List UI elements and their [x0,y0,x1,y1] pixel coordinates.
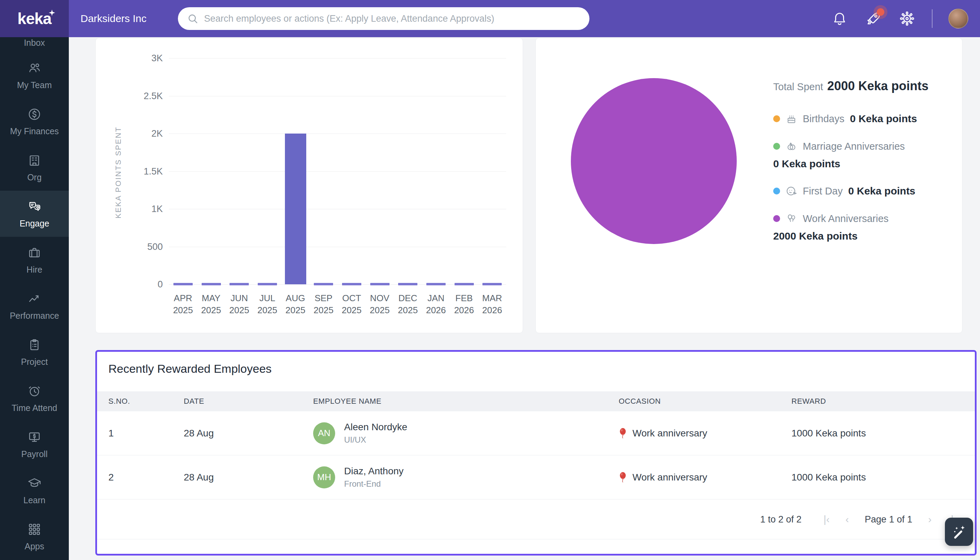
sidebar-item[interactable]: Learn [0,467,69,513]
pagination-next-icon[interactable]: › [928,513,932,525]
bar-slot: SEP 2025 [309,58,338,284]
monitor-dollar-icon [27,430,42,444]
sidebar-item-label: Engage [20,218,49,228]
cake-icon [785,113,797,125]
dollar-circle-icon [27,107,42,122]
keka-spark-icon [48,9,56,17]
keka-dashboard: keka Darksiders Inc [0,0,980,560]
x-axis-label: DEC 2025 [398,292,418,316]
bar-slot: AUG 2025 [281,58,310,284]
rings-icon [785,140,797,152]
bar-slot: JUN 2025 [225,58,253,284]
notification-dot [877,8,884,16]
table-row[interactable]: 2 28 Aug MH Diaz, Anthony Front-End Work… [97,455,975,499]
keka-logo-text: keka [18,9,51,28]
sidebar-item[interactable]: Time Attend [0,375,69,421]
col-occasion: OCCASION [619,397,792,406]
total-spent-label: Total Spent [773,81,823,92]
sidebar-item[interactable]: Apps [0,513,69,560]
chat-heart-icon [27,199,42,214]
legend-dot [773,188,780,195]
whats-new-button[interactable] [864,10,882,28]
bar-slot: MAY 2025 [197,58,225,284]
bar [230,283,249,285]
sidebar-item-label: Apps [25,542,44,552]
sidebar-item[interactable]: Hire [0,237,69,283]
team-icon [27,61,42,75]
table-pagination: 1 to 2 of 2 |‹ ‹ Page 1 of 1 › ›| [760,507,953,532]
bar [285,133,306,284]
y-tick-label: 3K [137,53,163,64]
clipboard-icon [27,338,42,352]
sidebar-item[interactable]: Org [0,145,69,191]
bar [454,283,474,285]
red-balloon-icon [619,428,627,439]
red-balloon-icon [619,472,627,483]
bar [342,283,361,285]
y-tick-label: 0 [137,279,163,290]
sidebar-item-label: Payroll [21,449,48,459]
sidebar-item[interactable]: My Team [0,52,69,98]
x-axis-label: SEP 2025 [313,292,333,316]
sidebar-item[interactable]: Inbox [0,37,69,52]
magic-wand-icon [951,524,967,540]
legend-label: Work Anniversaries [803,213,888,224]
bar-chart: 3K 2.5K 2K 1.5K 1K 5 [169,58,506,284]
x-axis-label: JUN 2025 [229,292,249,316]
graduation-cap-icon [27,476,42,490]
legend-dot [773,143,780,150]
settings-button[interactable] [898,10,916,28]
cell-employee: AN Aleen Nordyke UI/UX [313,422,619,445]
pie-legend: Total Spent2000 Keka points Birthdays 0 … [773,79,959,257]
table-row[interactable]: 1 28 Aug AN Aleen Nordyke UI/UX Work ann… [97,411,975,455]
cell-sno: 1 [97,428,184,439]
legend-item: Birthdays 0 Keka points [773,113,959,125]
y-tick-label: 500 [137,241,163,252]
ai-assistant-button[interactable] [945,518,973,546]
legend-label: Marriage Anniversaries [803,141,905,152]
global-search [178,7,589,30]
trend-up-icon [27,292,42,306]
legend-label: First Day [803,185,843,197]
sidebar-item-label: My Finances [10,126,59,136]
cell-date: 28 Aug [184,428,313,439]
legend-value: 0 Keka points [773,158,840,170]
x-axis-label: FEB 2026 [454,292,474,316]
y-axis-title: KEKA POINTS SPENT [114,126,123,218]
pagination-page: Page 1 of 1 [865,514,912,525]
sidebar-item[interactable]: Engage [0,191,69,237]
bar-slot: JUL 2025 [253,58,281,284]
legend-value: 2000 Keka points [773,230,857,242]
pagination-first-icon[interactable]: |‹ [824,513,830,525]
employee-name: Aleen Nordyke [344,422,408,433]
y-tick-label: 2K [137,128,163,139]
sidebar-item-label: Org [27,172,42,182]
sidebar-item[interactable]: Payroll [0,421,69,467]
notifications-button[interactable] [831,10,849,28]
bar-slot: JAN 2026 [422,58,450,284]
user-avatar[interactable] [948,8,968,28]
occasion-text: Work anniversary [632,472,707,483]
keka-logo[interactable]: keka [0,0,69,37]
sidebar: Inbox My Team [0,37,69,560]
briefcase-icon [27,245,42,260]
recently-rewarded-card: Recently Rewarded Employees S.NO. DATE E… [95,350,977,555]
sidebar-item-label: Inbox [24,38,45,48]
building-icon [27,153,42,168]
bar [314,283,333,285]
bar-slot: FEB 2026 [450,58,478,284]
sidebar-item-label: My Team [17,80,52,90]
employee-avatar: MH [313,467,335,488]
sidebar-item[interactable]: Performance [0,283,69,329]
bar [398,283,418,285]
pie-chart [571,78,737,244]
total-spent: Total Spent2000 Keka points [773,79,959,93]
search-input[interactable] [204,13,581,24]
sidebar-item[interactable]: Project [0,329,69,375]
header-divider [932,9,932,28]
bar-slot: MAR 2026 [478,58,506,284]
x-axis-label: JUL 2025 [257,292,277,316]
pagination-prev-icon[interactable]: ‹ [845,513,849,525]
sidebar-item[interactable]: My Finances [0,98,69,145]
x-axis-label: MAR 2026 [482,292,502,316]
